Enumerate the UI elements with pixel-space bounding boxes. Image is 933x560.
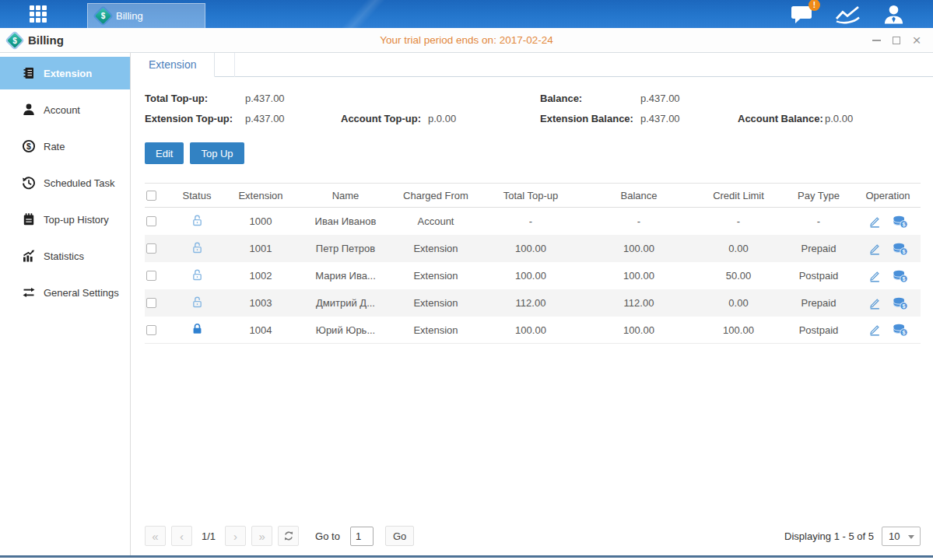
edit-row-icon[interactable] [868, 269, 882, 283]
billing-task-button[interactable]: $ Billing [87, 3, 205, 28]
select-all-checkbox[interactable] [146, 191, 156, 201]
window-title-group: $ Billing [9, 33, 64, 47]
reports-icon[interactable] [835, 5, 861, 24]
next-page-button[interactable]: › [225, 526, 246, 546]
goto-page-input[interactable] [350, 527, 374, 546]
unlocked-icon [191, 214, 204, 227]
last-page-button[interactable]: » [251, 526, 272, 546]
topup-row-icon[interactable]: $ [893, 215, 908, 229]
edit-button[interactable]: Edit [145, 142, 184, 164]
trial-notice: Your trial period ends on: 2017-02-24 [0, 34, 933, 46]
table-row: 1001 Петр Петров Extension 100.00 100.00… [145, 235, 921, 262]
account-balance-value: p.0.00 [825, 113, 853, 124]
row-checkbox[interactable] [146, 216, 156, 226]
topup-row-icon[interactable]: $ [893, 323, 908, 337]
minimize-button[interactable] [871, 35, 882, 46]
column-status: Status [173, 190, 221, 201]
sidebar-item-label: Statistics [44, 250, 84, 262]
first-page-button[interactable]: « [145, 526, 166, 546]
extension-topup-label: Extension Top-up: [145, 113, 245, 124]
app-launcher-icon[interactable] [30, 5, 54, 23]
account-topup-value: p.0.00 [428, 113, 456, 124]
billing-app-icon: $ [7, 33, 23, 48]
balance-value: p.437.00 [640, 93, 680, 104]
taskbar-decoration [319, 0, 404, 28]
billing-diamond-icon: $ [95, 7, 111, 23]
goto-label: Go to [315, 530, 340, 542]
column-name: Name [300, 190, 391, 201]
total-topup-field: Total Top-up: p.437.00 [145, 93, 341, 104]
svg-text:$: $ [903, 275, 906, 282]
edit-row-icon[interactable] [868, 242, 882, 256]
pagination-bar: « ‹ 1/1 › » Go to Go Displayi [131, 524, 933, 555]
prev-page-button[interactable]: ‹ [171, 526, 192, 546]
window-title: Billing [28, 33, 64, 47]
unlocked-icon [191, 241, 204, 254]
account-icon [22, 103, 36, 117]
extension-table: Status Extension Name Charged From Total… [145, 183, 921, 344]
table-row: 1004 Юрий Юрь... Extension 100.00 100.00… [145, 317, 921, 344]
row-checkbox[interactable] [146, 271, 156, 281]
column-total-topup: Total Top-up [481, 190, 580, 201]
sidebar-item-topup-history[interactable]: Top-up History [0, 203, 130, 236]
page-size-select[interactable]: 10 [882, 527, 921, 546]
maximize-button[interactable] [891, 35, 902, 46]
topup-row-icon[interactable]: $ [893, 296, 908, 310]
sidebar: Extension Account $ Rate Scheduled Task [0, 53, 131, 555]
sidebar-item-statistics[interactable]: Statistics [0, 240, 130, 272]
row-checkbox[interactable] [146, 298, 156, 308]
column-charged-from: Charged From [391, 190, 481, 201]
sidebar-item-account[interactable]: Account [0, 93, 130, 126]
task-button-label: Billing [116, 10, 143, 22]
table-row: 1003 Дмитрий Д... Extension 112.00 112.0… [145, 289, 921, 317]
balance-field: Balance: p.437.00 [540, 93, 738, 104]
svg-text:$: $ [903, 220, 906, 227]
row-checkbox[interactable] [146, 325, 156, 335]
sidebar-item-extension[interactable]: Extension [0, 57, 130, 89]
go-button[interactable]: Go [385, 526, 414, 546]
column-balance: Balance [580, 190, 697, 201]
sidebar-item-label: Scheduled Task [44, 177, 115, 189]
table-body: 1000 Иван Иванов Account - - - - [145, 208, 921, 344]
svg-text:$: $ [26, 142, 31, 151]
content-area: Extension Total Top-up: p.437.00 Balance… [131, 53, 933, 555]
account-topup-label: Account Top-up: [341, 113, 428, 124]
topup-row-icon[interactable]: $ [893, 242, 908, 256]
edit-row-icon[interactable] [868, 323, 882, 337]
extension-balance-label: Extension Balance: [540, 113, 640, 124]
page-size-value: 10 [889, 530, 900, 542]
refresh-icon [283, 530, 294, 541]
displaying-count: Displaying 1 - 5 of 5 [784, 530, 874, 542]
sidebar-item-rate[interactable]: $ Rate [0, 130, 130, 163]
column-extension: Extension [221, 190, 300, 201]
scheduled-task-icon [22, 176, 36, 190]
unlocked-icon [191, 268, 204, 282]
edit-row-icon[interactable] [868, 215, 882, 229]
refresh-button[interactable] [278, 526, 299, 546]
balance-label: Balance: [540, 93, 640, 104]
close-button[interactable]: × [911, 35, 922, 46]
sidebar-item-label: General Settings [44, 287, 119, 299]
row-checkbox[interactable] [146, 243, 156, 254]
unlocked-icon [191, 296, 204, 309]
toolbar: Edit Top Up [131, 124, 933, 164]
tab-extension[interactable]: Extension [131, 53, 215, 77]
user-account-icon[interactable] [882, 4, 905, 24]
edit-row-icon[interactable] [868, 296, 882, 310]
person-icon [882, 4, 905, 24]
account-topup-field: Account Top-up: p.0.00 [341, 113, 540, 124]
table-row: 1000 Иван Иванов Account - - - - [145, 208, 921, 235]
tab-stub [215, 53, 235, 77]
svg-text:$: $ [903, 302, 906, 309]
topup-button[interactable]: Top Up [190, 142, 244, 164]
sidebar-item-scheduled-task[interactable]: Scheduled Task [0, 166, 130, 199]
svg-text:$: $ [903, 329, 906, 336]
messages-icon[interactable]: ! [791, 5, 813, 24]
statistics-icon [22, 249, 36, 263]
os-taskbar: $ Billing ! [0, 0, 933, 28]
topup-row-icon[interactable]: $ [893, 269, 908, 283]
sidebar-item-label: Rate [44, 141, 65, 152]
sidebar-item-label: Account [44, 104, 80, 116]
sidebar-item-general-settings[interactable]: General Settings [0, 276, 130, 309]
total-topup-value: p.437.00 [245, 93, 285, 104]
